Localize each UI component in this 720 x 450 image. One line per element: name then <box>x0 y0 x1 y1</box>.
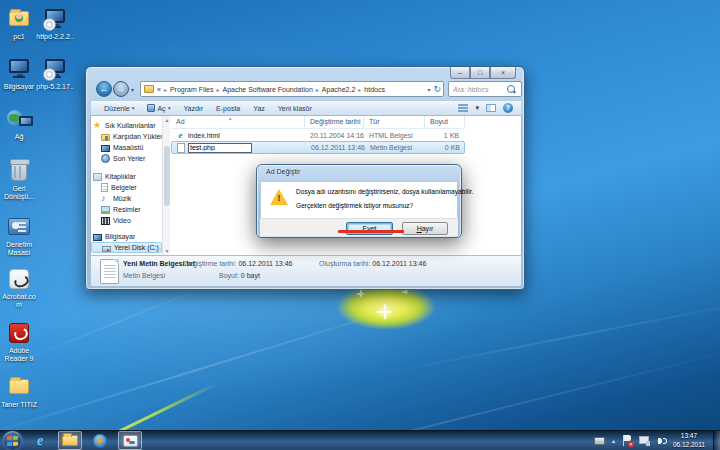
forward-button[interactable]: → <box>113 81 129 97</box>
action-center-flag-icon[interactable]: × <box>622 435 632 446</box>
taskbar-internet-explorer[interactable]: e <box>28 431 52 450</box>
system-tray: ▴ × 13:47 06.12.2011 <box>594 431 720 450</box>
close-button[interactable]: × <box>490 67 516 79</box>
toolbar-ac[interactable]: Aç ▾ <box>147 104 170 112</box>
preview-pane-icon[interactable] <box>486 104 496 112</box>
navigation-pane: ★ Sık Kullanılanlar Karşıdan Yüklem Masa… <box>91 116 162 255</box>
maximize-button[interactable]: □ <box>470 67 490 79</box>
toolbar-eposta[interactable]: E-posta <box>216 105 240 112</box>
chevron-down-icon[interactable]: ▾ <box>475 104 479 112</box>
details-modified: Değiştirme tarihi: 06.12.2011 13:46 <box>184 260 292 267</box>
sidebar-item-documents[interactable]: Belgeler <box>91 182 162 193</box>
dialog-title: Ad Değiştir <box>266 168 300 175</box>
column-header-type[interactable]: Tür <box>364 116 425 128</box>
taskbar-windows-explorer[interactable] <box>58 431 82 450</box>
recent-pages-dropdown-icon[interactable]: ▾ <box>131 86 134 93</box>
column-header-size[interactable]: Boyut <box>425 116 465 128</box>
breadcrumb[interactable]: « ▸ Program Files ▸ Apache Software Foun… <box>140 81 444 97</box>
libraries-icon <box>93 173 102 181</box>
open-icon <box>147 104 155 112</box>
network-icon <box>5 106 33 132</box>
taskbar: e ▴ × 13:47 06.12.2011 <box>0 430 720 450</box>
desktop-icon-pc1[interactable]: pc1 <box>0 6 38 41</box>
breadcrumb-segment[interactable]: htdocs <box>364 86 385 93</box>
back-button[interactable]: ← <box>96 81 112 97</box>
refresh-icon[interactable]: ↻ <box>433 84 441 94</box>
desktop-icon-httpd-installer[interactable]: httpd-2.2.2.. <box>36 6 74 41</box>
desktop-icon-label: php-5.2.17.. <box>36 83 74 91</box>
sidebar-label: Son Yerler <box>113 155 145 162</box>
sidebar-item-desktop[interactable]: Masaüstü <box>91 142 162 153</box>
details-pane: Yeni Metin Belgesi.txt Metin Belgesi Değ… <box>90 255 522 287</box>
chevron-down-icon: ▾ <box>132 105 135 111</box>
sidebar-item-video[interactable]: Video <box>91 215 162 226</box>
sidebar-item-recent-places[interactable]: Son Yerler <box>91 153 162 164</box>
breadcrumb-segment[interactable]: Apache2.2 <box>322 86 355 93</box>
language-keyboard-icon[interactable] <box>594 437 605 445</box>
volume-icon[interactable] <box>657 436 667 446</box>
desktop-icon-taner-titiz[interactable]: Taner TITIZ <box>0 374 38 409</box>
desktop-icon-geri-donusum[interactable]: Geri Dönüşü... <box>0 158 38 202</box>
toolbar-duzenle[interactable]: Düzenle ▾ <box>104 105 134 112</box>
column-headers: Ad ▴ Değiştirme tarihi Tür Boyut <box>171 116 465 129</box>
file-row-test-php[interactable]: 06.12.2011 13:46 Metin Belgesi 0 KB <box>171 141 465 154</box>
show-desktop-button[interactable] <box>713 431 720 450</box>
text-document-icon <box>100 259 119 284</box>
sidebar-label: Karşıdan Yüklem <box>113 133 162 140</box>
taskbar-paint[interactable] <box>118 431 142 450</box>
scrollbar-thumb[interactable] <box>164 146 170 206</box>
sidebar-item-music[interactable]: ♪ Müzik <box>91 193 162 204</box>
desktop-icon-php-installer[interactable]: php-5.2.17.. <box>36 56 74 91</box>
sidebar-group-libraries[interactable]: Kitaplıklar <box>91 171 162 182</box>
sidebar-item-downloads[interactable]: Karşıdan Yüklem <box>91 131 162 142</box>
tray-expand-icon[interactable]: ▴ <box>612 437 615 444</box>
sidebar-group-favorites[interactable]: ★ Sık Kullanılanlar <box>91 120 162 131</box>
sidebar-group-computer[interactable]: Bilgisayar <box>91 231 162 242</box>
search-input[interactable] <box>449 86 507 93</box>
desktop-icon-label: Ağ <box>0 133 38 141</box>
dialog-message-line2: Gerçekten değiştirmek istiyor musunuz? <box>296 202 413 209</box>
sidebar-item-pictures[interactable]: Resimler <box>91 204 162 215</box>
desktop-icon-ag[interactable]: Ağ <box>0 106 38 141</box>
file-type: Metin Belgesi <box>365 144 426 151</box>
taskbar-clock[interactable]: 13:47 06.12.2011 <box>673 432 705 448</box>
breadcrumb-segment[interactable]: Apache Software Foundation <box>223 86 313 93</box>
search-icon[interactable] <box>507 85 516 94</box>
scroll-down-icon[interactable]: ▼ <box>163 247 171 255</box>
toolbar-label: Aç <box>157 105 165 112</box>
column-header-name[interactable]: Ad ▴ <box>171 116 305 128</box>
sidebar-label: Masaüstü <box>113 144 143 151</box>
toolbar-yaz[interactable]: Yaz <box>253 105 265 112</box>
rename-input[interactable] <box>188 143 252 153</box>
taskbar-media-player[interactable] <box>88 431 112 450</box>
minimize-button[interactable]: – <box>450 67 470 79</box>
address-dropdown-icon[interactable]: ▾ <box>424 86 433 93</box>
toolbar-yazdir[interactable]: Yazdır <box>183 105 203 112</box>
file-row-index-html[interactable]: e index.html 20.11.2004 14:16 HTML Belge… <box>171 129 465 141</box>
sidebar-label: Belgeler <box>111 184 137 191</box>
desktop-icon-acrobat-com[interactable]: Acrobat.com <box>0 266 38 310</box>
desktop-icon-denetim-masasi[interactable]: Denetim Masası <box>0 214 38 258</box>
breadcrumb-segment[interactable]: Program Files <box>170 86 214 93</box>
no-button[interactable]: Hayır <box>402 222 448 235</box>
music-icon: ♪ <box>101 194 110 203</box>
sidebar-scrollbar[interactable]: ▲ ▼ <box>162 116 170 255</box>
dialog-body: ! Dosya adı uzantısını değiştirirseniz, … <box>260 181 458 218</box>
file-modified: 20.11.2004 14:16 <box>305 132 364 139</box>
views-icon[interactable] <box>458 104 468 112</box>
network-status-icon[interactable] <box>639 436 650 446</box>
toolbar-yeni-klasor[interactable]: Yeni klasör <box>278 105 312 112</box>
help-icon[interactable]: ? <box>503 103 513 113</box>
folder-icon <box>144 85 154 93</box>
scroll-up-icon[interactable]: ▲ <box>163 116 171 124</box>
breadcrumb-separator-icon: ▸ <box>217 86 220 93</box>
column-header-modified[interactable]: Değiştirme tarihi <box>305 116 364 128</box>
file-type: HTML Belgesi <box>364 132 425 139</box>
sidebar-label: Bilgisayar <box>105 233 135 240</box>
documents-icon <box>101 183 108 192</box>
desktop-icon-adobe-reader[interactable]: Adobe Reader 9 <box>0 320 38 364</box>
yes-button[interactable]: Evet <box>346 222 393 235</box>
desktop-icon-bilgisayar[interactable]: Bilgisayar <box>0 56 38 91</box>
start-button[interactable] <box>3 431 22 450</box>
sidebar-item-local-disk-c[interactable]: Yerel Disk (C:) <box>91 242 162 253</box>
